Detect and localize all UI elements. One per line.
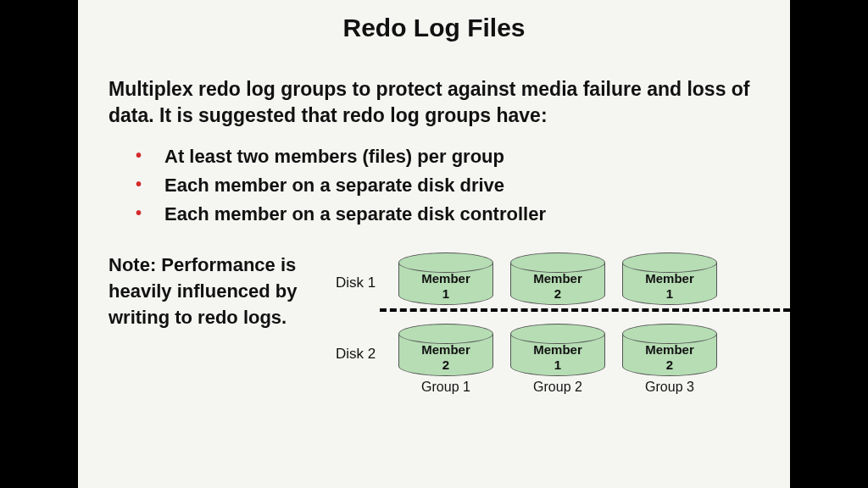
cylinder-icon: Member2 [398,334,493,381]
bullet-list: At least two members (files) per group E… [136,142,760,229]
cylinder-icon: Member2 [622,334,717,381]
disk2-label: Disk 2 [336,346,376,363]
bullet-item: Each member on a separate disk drive [136,171,760,200]
cylinder-icon: Member1 [398,263,493,310]
intro-text: Multiplex redo log groups to protect aga… [108,76,760,129]
lower-section: Note: Performance is heavily influenced … [108,252,760,422]
note-text: Note: Performance is heavily influenced … [108,252,329,330]
cylinder-label: Member1 [398,271,493,301]
cylinder-icon: Member1 [510,334,605,381]
slide: Redo Log Files Multiplex redo log groups… [78,0,790,488]
cylinder-icon: Member2 [510,263,605,310]
group-label: Group 2 [510,380,605,395]
cylinder-icon: Member1 [622,263,717,310]
dashed-divider [380,308,790,312]
cylinder-label: Member1 [622,271,717,301]
slide-title: Redo Log Files [108,14,760,42]
cylinder-label: Member1 [510,342,605,372]
cylinder-label: Member2 [622,342,717,372]
bullet-item: At least two members (files) per group [136,142,760,171]
cylinder-label: Member2 [398,342,493,372]
group-label: Group 1 [398,380,493,395]
cylinder-label: Member2 [510,271,605,301]
group-label: Group 3 [622,380,717,395]
disk1-label: Disk 1 [336,274,376,291]
disk-diagram: Disk 1 Disk 2 Member1 Member2 Member1 [329,252,760,422]
bullet-item: Each member on a separate disk controlle… [136,200,760,229]
